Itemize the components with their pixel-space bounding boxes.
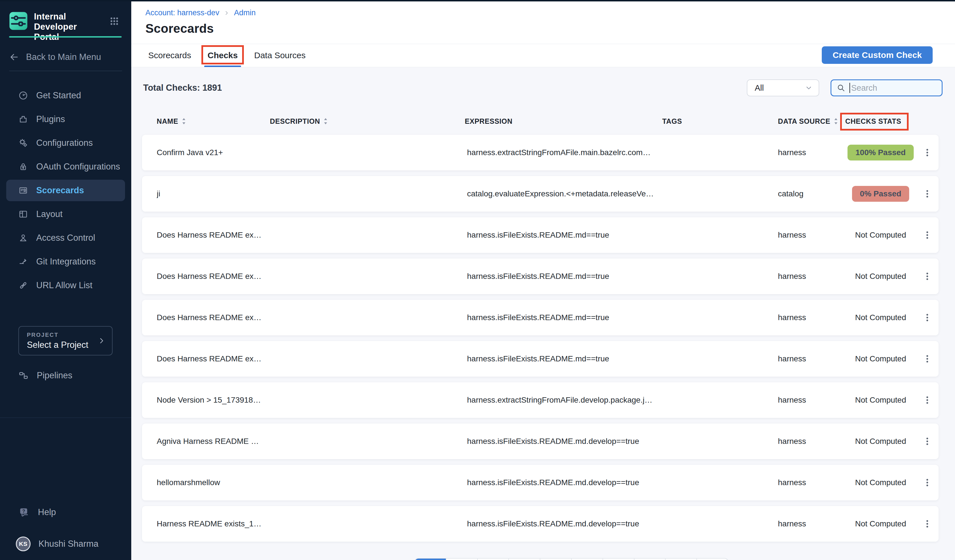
table-row[interactable]: Does Harness README exist?harness.isFile… (142, 217, 939, 253)
user-menu[interactable]: KS Khushi Sharma (16, 537, 99, 551)
person-icon (18, 233, 28, 243)
sidebar-item-configurations[interactable]: Configurations (6, 132, 125, 154)
sidebar-item-layout[interactable]: Layout (6, 203, 125, 225)
pagination-page-active[interactable] (415, 558, 446, 560)
kebab-icon (922, 189, 932, 199)
create-custom-check-button[interactable]: Create Custom Check (822, 46, 933, 64)
sidebar-item-git-integrations[interactable]: Git Integrations (6, 251, 125, 272)
project-selector[interactable]: PROJECT Select a Project (19, 326, 113, 356)
sidebar-item-oauth-configurations[interactable]: OAuth Configurations (6, 156, 125, 178)
pagination-page[interactable] (697, 558, 728, 560)
table-row[interactable]: hellomarshmellowharness.isFileExists.REA… (142, 465, 939, 501)
filter-dropdown[interactable]: All (747, 80, 819, 96)
sidebar-item-pipelines[interactable]: Pipelines (6, 365, 125, 386)
search-icon (836, 83, 845, 92)
row-actions-menu[interactable] (916, 437, 939, 446)
sidebar-item-scorecards[interactable]: Scorecards (6, 180, 125, 201)
tab-label: Checks (208, 51, 238, 60)
row-actions-menu[interactable] (916, 189, 939, 199)
row-actions-menu[interactable] (916, 478, 939, 487)
chevron-right-icon (97, 336, 106, 346)
column-label: DESCRIPTION (270, 117, 320, 125)
filter-value: All (755, 83, 764, 93)
check-stats: Not Computed (845, 478, 916, 487)
check-name: hellomarshmellow (157, 478, 270, 487)
stats-value: Not Computed (855, 231, 906, 240)
pagination-page[interactable] (665, 558, 697, 560)
check-data-source: harness (778, 354, 845, 363)
back-to-main-menu[interactable]: Back to Main Menu (9, 46, 122, 68)
pagination-page[interactable] (477, 558, 509, 560)
pipelines-icon (18, 370, 29, 381)
stats-value: Not Computed (855, 272, 906, 281)
column-label: CHECKS STATS (845, 117, 901, 125)
sidebar-item-label: Scorecards (36, 186, 84, 195)
column-label: DATA SOURCE (778, 117, 830, 125)
project-value: Select a Project (27, 340, 88, 350)
app-switcher-grid-icon[interactable] (109, 16, 120, 27)
search-placeholder: Search (851, 83, 877, 93)
kebab-icon (922, 148, 932, 158)
sidebar-item-label: Configurations (36, 138, 93, 148)
table-row[interactable]: jicatalog.evaluateExpression.<+metadata.… (142, 176, 939, 212)
row-actions-menu[interactable] (916, 395, 939, 405)
table-row[interactable]: Does Harness README exist?harness.isFile… (142, 259, 939, 294)
column-header-data-source[interactable]: DATA SOURCE (778, 117, 845, 125)
chevron-right-icon (223, 9, 230, 16)
check-expression: harness.isFileExists.README.md==true (465, 313, 662, 322)
row-actions-menu[interactable] (916, 271, 939, 281)
column-label: NAME (157, 117, 178, 125)
checks-panel: Total Checks: 1891 All Search NAMEDESCRI… (131, 67, 955, 560)
sidebar-item-label: Git Integrations (36, 257, 96, 267)
row-actions-menu[interactable] (916, 230, 939, 240)
sidebar-item-url-allow-list[interactable]: URL Allow List (6, 275, 125, 296)
check-expression: harness.extractStringFromAFile.develop.p… (465, 396, 662, 405)
pagination-page[interactable] (603, 558, 634, 560)
check-data-source: harness (778, 437, 845, 446)
check-name: Agniva Harness README exists... (157, 437, 270, 446)
help-button[interactable]: Help (18, 502, 56, 523)
sidebar-item-plugins[interactable]: Plugins (6, 109, 125, 130)
column-header-description[interactable]: DESCRIPTION (270, 117, 465, 125)
check-data-source: harness (778, 519, 845, 528)
stats-badge: 100% Passed (847, 145, 913, 161)
search-input[interactable]: Search (831, 80, 942, 96)
pagination-page[interactable] (571, 558, 603, 560)
pagination-page[interactable] (540, 558, 571, 560)
table-row[interactable]: Confirm Java v21+harness.extractStringFr… (142, 135, 939, 170)
row-actions-menu[interactable] (916, 354, 939, 363)
table-row[interactable]: Harness README exists_173917...harness.i… (142, 506, 939, 541)
pipelines-label: Pipelines (37, 370, 72, 381)
tab-scorecards[interactable]: Scorecards (146, 44, 194, 67)
table-row[interactable]: Node Version > 15_1739188021...harness.e… (142, 382, 939, 418)
sidebar-menu: Get StartedPluginsConfigurationsOAuth Co… (0, 85, 131, 296)
check-name: Does Harness README exist? (157, 272, 270, 281)
check-name: Confirm Java v21+ (157, 148, 270, 157)
row-actions-menu[interactable] (916, 148, 939, 158)
pagination-page[interactable] (446, 558, 477, 560)
tab-checks[interactable]: Checks (205, 44, 241, 67)
lock-icon (18, 162, 28, 172)
table-row[interactable]: Does Harness README exist?harness.isFile… (142, 300, 939, 335)
sidebar-item-access-control[interactable]: Access Control (6, 227, 125, 249)
sidebar-item-get-started[interactable]: Get Started (6, 85, 125, 106)
sidebar: Internal Developer Portal Back to Main M… (0, 0, 131, 560)
checks-table: Confirm Java v21+harness.extractStringFr… (142, 135, 939, 541)
tab-data-sources[interactable]: Data Sources (251, 44, 308, 67)
check-name: Does Harness README exist? (157, 231, 270, 240)
breadcrumb-admin-link[interactable]: Admin (234, 8, 256, 17)
sidebar-item-label: Get Started (36, 90, 81, 101)
breadcrumb-account-link[interactable]: Account: harness-dev (146, 8, 219, 17)
pagination-page[interactable] (634, 558, 665, 560)
main-content: Account: harness-dev Admin Scorecards Sc… (131, 0, 955, 560)
column-header-name[interactable]: NAME (157, 117, 270, 125)
column-header-checks-stats: CHECKS STATS (845, 117, 916, 125)
table-row[interactable]: Agniva Harness README exists...harness.i… (142, 424, 939, 459)
check-stats: Not Computed (845, 272, 916, 281)
row-actions-menu[interactable] (916, 313, 939, 322)
table-row[interactable]: Does Harness README exist?harness.isFile… (142, 341, 939, 377)
check-expression: harness.isFileExists.README.md.develop==… (465, 519, 662, 528)
pagination-page[interactable] (508, 558, 540, 560)
kebab-icon (922, 437, 932, 446)
row-actions-menu[interactable] (916, 519, 939, 529)
